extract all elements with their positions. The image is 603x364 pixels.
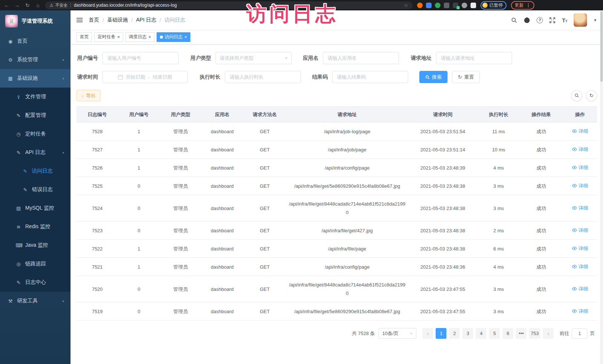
- cell-result: 成功: [520, 122, 563, 141]
- browser-update-button[interactable]: 更新 ⋮: [511, 1, 534, 10]
- detail-link[interactable]: 详细: [572, 204, 588, 212]
- sidebar-item[interactable]: ⚙系统管理∨: [0, 50, 71, 69]
- cell-user_type: 管理员: [160, 177, 201, 195]
- detail-link[interactable]: 详细: [572, 262, 588, 271]
- scrollbar[interactable]: [600, 10, 603, 364]
- browser-profile-chip[interactable]: 已暂停: [481, 1, 507, 10]
- detail-link[interactable]: 详细: [572, 145, 588, 154]
- cell-method: GET: [243, 276, 286, 302]
- result-code-input[interactable]: [332, 71, 408, 83]
- browser-home-icon[interactable]: ⌂: [35, 2, 41, 8]
- close-icon[interactable]: ×: [148, 35, 151, 39]
- browser-reload-icon[interactable]: ↻: [24, 2, 30, 8]
- bookmark-star-icon[interactable]: ☆: [404, 3, 408, 8]
- detail-link[interactable]: 详细: [572, 285, 588, 293]
- goto-page-input[interactable]: [572, 328, 587, 339]
- refresh-table-button[interactable]: ↻: [586, 90, 597, 101]
- export-button[interactable]: ↓ 导出: [76, 90, 101, 101]
- error-log-icon: ✎: [22, 187, 28, 193]
- sidebar-item[interactable]: ✎访问日志: [0, 162, 71, 180]
- tags-view-bar: 首页定时任务×调度日志×访问日志×: [71, 30, 603, 45]
- tab-item[interactable]: 调度日志×: [125, 32, 154, 42]
- sidebar-item[interactable]: ▤MySQL 监控: [0, 199, 71, 217]
- chevron-down-icon[interactable]: ▼: [593, 18, 597, 22]
- user-type-select[interactable]: 请选择用户类型 ∨: [216, 52, 292, 64]
- sidebar-item[interactable]: ⇪文件管理: [0, 88, 71, 106]
- page-number-button[interactable]: 4: [476, 328, 486, 339]
- not-secure-warning[interactable]: ⚠ 不安全: [50, 3, 68, 8]
- breadcrumb-item[interactable]: 基础设施: [107, 17, 128, 23]
- close-icon[interactable]: ×: [117, 35, 120, 39]
- extension-icon[interactable]: [462, 3, 467, 8]
- page-number-button[interactable]: 5: [489, 328, 500, 339]
- page-size-select[interactable]: 10条/页 ∨: [378, 328, 416, 339]
- detail-link[interactable]: 详细: [572, 181, 588, 190]
- cell-result: 成功: [520, 159, 563, 177]
- scrollbar-thumb[interactable]: [600, 11, 603, 82]
- extension-icon[interactable]: 苗: [453, 3, 458, 8]
- app-name-input[interactable]: [323, 52, 399, 64]
- puzzle-extensions-icon[interactable]: [471, 3, 476, 8]
- sidebar-item[interactable]: ▦基础设施∧: [0, 69, 71, 88]
- browser-menu-icon[interactable]: ⋮: [526, 3, 531, 8]
- column-header: 操作: [563, 107, 597, 122]
- sidebar-collapse-icon[interactable]: [76, 18, 83, 22]
- next-page-button[interactable]: ›: [543, 328, 554, 339]
- request-url-input[interactable]: [436, 52, 512, 64]
- cell-time: 2021-05-03 23:48:38: [408, 195, 478, 222]
- breadcrumb-item[interactable]: 首页: [89, 17, 99, 23]
- sidebar-item[interactable]: ⚒研发工具∨: [0, 292, 71, 310]
- font-size-icon[interactable]: TT: [562, 17, 567, 23]
- address-bar[interactable]: ⚠ 不安全 dashboard.yudao.iocoder.cn/infra/l…: [45, 1, 413, 9]
- select-placeholder: 请选择用户类型: [220, 55, 282, 62]
- detail-link[interactable]: 详细: [572, 163, 588, 172]
- header-search-icon[interactable]: [511, 17, 517, 23]
- sidebar-item[interactable]: ◉首页: [0, 32, 71, 50]
- extension-icon[interactable]: [426, 3, 432, 8]
- close-icon[interactable]: ×: [184, 35, 187, 39]
- page-number-button[interactable]: 753: [529, 328, 540, 339]
- fullscreen-icon[interactable]: [549, 17, 556, 23]
- sidebar-item[interactable]: ≋Redis 监控: [0, 217, 71, 236]
- sidebar-item[interactable]: ✎错误日志: [0, 180, 71, 199]
- url-text: dashboard.yudao.iocoder.cn/infra/log/api…: [74, 3, 401, 8]
- tab-item[interactable]: 首页: [76, 32, 92, 42]
- docs-question-icon[interactable]: ?: [537, 17, 543, 23]
- eye-icon: [572, 287, 577, 291]
- detail-link[interactable]: 详细: [572, 244, 588, 253]
- extension-icon[interactable]: [444, 3, 449, 8]
- extension-icon[interactable]: [417, 3, 423, 8]
- page-number-button[interactable]: 6: [502, 328, 513, 339]
- toggle-search-button[interactable]: [571, 90, 582, 101]
- tab-item[interactable]: 定时任务×: [94, 32, 123, 42]
- reset-button[interactable]: ↻ 重置: [452, 71, 480, 83]
- duration-input[interactable]: [225, 71, 301, 83]
- extension-icon[interactable]: [435, 3, 440, 8]
- browser-back-icon[interactable]: ←: [4, 2, 10, 8]
- sidebar-item[interactable]: ✎API 日志∧: [0, 143, 71, 162]
- search-button[interactable]: 搜索: [419, 71, 448, 83]
- sidebar-item[interactable]: ◷定时任务: [0, 125, 71, 143]
- breadcrumb-item[interactable]: API 日志: [136, 17, 156, 23]
- user-id-input[interactable]: [102, 52, 178, 64]
- github-icon[interactable]: [524, 17, 530, 23]
- detail-link[interactable]: 详细: [572, 226, 588, 235]
- sidebar-item[interactable]: ✎配置管理: [0, 106, 71, 125]
- date-range-picker[interactable]: 开始日期 - 结束日期: [102, 71, 188, 83]
- user-avatar[interactable]: [574, 13, 587, 27]
- cell-time: 2021-05-03 23:48:38: [408, 222, 478, 240]
- app-logo[interactable]: 🐰 芋道管理系统: [0, 10, 71, 32]
- sidebar-item[interactable]: ⌨Java 监控: [0, 236, 71, 255]
- sidebar-item[interactable]: ◎链路追踪: [0, 255, 71, 273]
- page-number-button[interactable]: 1: [436, 328, 446, 339]
- page-number-button[interactable]: 3: [462, 328, 473, 339]
- tab-active[interactable]: 访问日志×: [157, 32, 190, 42]
- page-number-button[interactable]: 2: [449, 328, 460, 339]
- browser-forward-icon[interactable]: →: [14, 2, 20, 8]
- prev-page-button[interactable]: ‹: [422, 328, 433, 339]
- detail-link[interactable]: 详细: [572, 127, 588, 135]
- detail-link[interactable]: 详细: [572, 307, 588, 315]
- more-pages-icon[interactable]: •••: [516, 328, 527, 339]
- filter-label: 用户编号: [76, 55, 102, 62]
- sidebar-item[interactable]: ✎日志中心: [0, 273, 71, 292]
